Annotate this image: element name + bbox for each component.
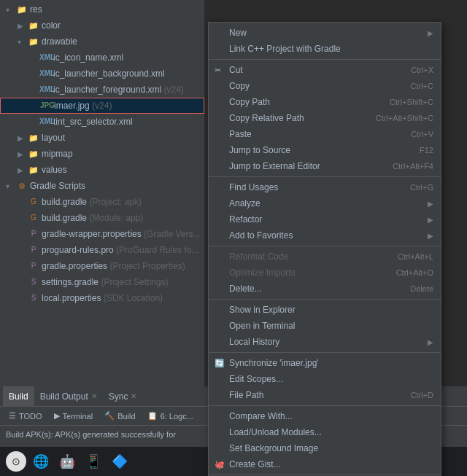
tree-arrow-values[interactable]: ▶ — [18, 166, 28, 174]
menu-item-jump_to_external_editor[interactable]: Jump to External EditorCtrl+Alt+F4 — [209, 158, 441, 174]
tab-label-sync: Sync — [109, 391, 128, 402]
tree-arrow-res[interactable]: ▾ — [6, 6, 16, 14]
tree-item-drawable[interactable]: ▾📁drawable — [0, 34, 204, 50]
tree-label-gradle_properties: gradle.properties (Project Properties) — [42, 261, 185, 271]
tree-item-gradle_scripts[interactable]: ▾⚙Gradle Scripts — [0, 178, 204, 194]
tree-item-values[interactable]: ▶📁values — [0, 162, 204, 178]
tab-label-build_output: Build Output — [40, 391, 88, 402]
tree-label-layout: layout — [42, 133, 65, 143]
menu-label-create_gist: Create Gist... — [229, 459, 281, 469]
tree-arrow-mipmap[interactable]: ▶ — [18, 150, 28, 158]
tab-close-build_output[interactable]: ✕ — [91, 392, 97, 400]
menu-item-add_to_favorites[interactable]: Add to Favorites▶ — [209, 227, 441, 243]
tree-item-settings_gradle[interactable]: Ssettings.gradle (Project Settings) — [0, 274, 204, 290]
menu-label-find_usages: Find Usages — [229, 182, 278, 192]
status-tab-logcat[interactable]: 📋6: Logc... — [142, 407, 199, 426]
menu-item-open_in_terminal[interactable]: Open in Terminal — [209, 318, 441, 334]
menu-item-file_path[interactable]: File PathCtrl+D — [209, 387, 441, 403]
status-tab-label-terminal: Terminal — [63, 412, 93, 421]
taskbar-icon-browser[interactable]: 🌐 — [29, 450, 53, 473]
tree-label-gradle_wrapper: gradle-wrapper.properties (Gradle Vers..… — [42, 229, 200, 239]
menu-separator — [209, 246, 441, 246]
menu-item-jump_to_source[interactable]: Jump to SourceF12 — [209, 142, 441, 158]
menu-shortcut-cut: Ctrl+X — [411, 66, 433, 74]
menu-item-edit_scopes[interactable]: Edit Scopes... — [209, 371, 441, 387]
tree-arrow-layout[interactable]: ▶ — [18, 134, 28, 142]
menu-item-create_gist[interactable]: 🐙Create Gist... — [209, 456, 441, 472]
menu-icon-cut: ✂ — [215, 66, 221, 75]
tree-label-ic_icon_name: ic_icon_name.xml — [53, 52, 123, 63]
tree-item-layout[interactable]: ▶📁layout — [0, 130, 204, 146]
menu-item-refactor[interactable]: Refactor▶ — [209, 211, 441, 227]
tree-item-imaer_jpg[interactable]: JPGimaer.jpg (v24) — [0, 98, 204, 114]
tree-item-ic_launcher_foreground[interactable]: XMLic_launcher_foreground.xml (v24) — [0, 82, 204, 98]
menu-shortcut-find_usages: Ctrl+G — [410, 183, 433, 192]
context-menu: New▶Link C++ Project with Gradle✂CutCtrl… — [208, 22, 441, 476]
status-tab-todo[interactable]: ☰TODO — [3, 407, 48, 426]
status-tab-icon-todo: ☰ — [9, 411, 16, 421]
status-tab-terminal[interactable]: ▶Terminal — [48, 407, 99, 426]
tree-label-res: res — [30, 4, 42, 15]
tree-item-build_gradle_project[interactable]: Gbuild.gradle (Project: apk) — [0, 194, 204, 210]
tree-label-ic_launcher_background: ic_launcher_background.xml — [53, 69, 165, 79]
tree-item-ic_icon_name[interactable]: XMLic_icon_name.xml — [0, 50, 204, 66]
menu-item-paste[interactable]: PasteCtrl+V — [209, 126, 441, 142]
menu-label-synchronize: Synchronize 'imaer.jpg' — [229, 358, 319, 368]
menu-submenu-arrow-analyze: ▶ — [428, 200, 433, 208]
menu-item-local_history[interactable]: Local History▶ — [209, 334, 441, 350]
tree-item-proguard_rules[interactable]: Pproguard-rules.pro (ProGuard Rules fo..… — [0, 242, 204, 258]
menu-label-compare_with: Compare With... — [229, 411, 293, 421]
menu-item-cut[interactable]: ✂CutCtrl+X — [209, 62, 441, 78]
tree-item-ic_launcher_background[interactable]: XMLic_launcher_background.xml — [0, 66, 204, 82]
tree-label-values: values — [42, 165, 67, 175]
menu-item-find_usages[interactable]: Find UsagesCtrl+G — [209, 179, 441, 195]
menu-icon-create_gist: 🐙 — [215, 460, 225, 469]
menu-item-show_in_explorer[interactable]: Show in Explorer — [209, 302, 441, 318]
bottom-tab-sync[interactable]: Sync✕ — [103, 386, 143, 407]
status-tab-build_tab[interactable]: 🔨Build — [99, 407, 141, 426]
menu-separator — [209, 176, 441, 177]
menu-label-refactor: Refactor — [229, 214, 262, 225]
taskbar-icon-app5[interactable]: 🔷 — [108, 450, 131, 473]
taskbar-icon-app4[interactable]: 📱 — [82, 450, 105, 473]
menu-item-load_unload_modules[interactable]: Load/Unload Modules... — [209, 424, 441, 440]
menu-item-set_background_image[interactable]: Set Background Image — [209, 440, 441, 456]
menu-item-analyze[interactable]: Analyze▶ — [209, 195, 441, 211]
tree-item-build_gradle_module[interactable]: Gbuild.gradle (Module: app) — [0, 210, 204, 226]
status-tab-label-logcat: 6: Logc... — [161, 412, 193, 421]
menu-item-copy_relative_path[interactable]: Copy Relative PathCtrl+Alt+Shift+C — [209, 110, 441, 126]
tree-item-res[interactable]: ▾📁res — [0, 1, 204, 17]
menu-item-copy_path[interactable]: Copy PathCtrl+Shift+C — [209, 94, 441, 110]
taskbar-icon-android_studio[interactable]: 🤖 — [55, 450, 79, 473]
bottom-tab-build[interactable]: Build — [3, 386, 34, 407]
tree-arrow-drawable[interactable]: ▾ — [18, 38, 28, 46]
menu-item-link_cpp[interactable]: Link C++ Project with Gradle — [209, 41, 441, 57]
status-tab-label-build_tab: Build — [117, 412, 135, 421]
menu-item-copy[interactable]: CopyCtrl+C — [209, 78, 441, 94]
menu-shortcut-paste: Ctrl+V — [411, 130, 433, 138]
tree-item-gradle_wrapper[interactable]: Pgradle-wrapper.properties (Gradle Vers.… — [0, 226, 204, 242]
menu-label-delete: Delete... — [229, 284, 262, 294]
menu-item-new[interactable]: New▶ — [209, 25, 441, 41]
tree-label-local_properties: local.properties (SDK Location) — [42, 293, 163, 303]
tree-item-mipmap[interactable]: ▶📁mipmap — [0, 146, 204, 162]
tree-arrow-gradle_scripts[interactable]: ▾ — [6, 182, 16, 190]
tree-label-color: color — [42, 20, 61, 31]
tree-item-gradle_properties[interactable]: Pgradle.properties (Project Properties) — [0, 258, 204, 274]
menu-item-synchronize[interactable]: 🔄Synchronize 'imaer.jpg' — [209, 355, 441, 371]
menu-label-load_unload_modules: Load/Unload Modules... — [229, 427, 322, 437]
menu-label-add_to_favorites: Add to Favorites — [229, 230, 293, 241]
menu-item-compare_with[interactable]: Compare With... — [209, 408, 441, 424]
menu-shortcut-copy: Ctrl+C — [411, 82, 433, 90]
menu-item-delete[interactable]: Delete...Delete — [209, 281, 441, 297]
tab-close-sync[interactable]: ✕ — [131, 392, 136, 400]
tree-arrow-color[interactable]: ▶ — [18, 22, 28, 30]
status-tab-icon-terminal: ▶ — [54, 411, 60, 421]
tree-item-color[interactable]: ▶📁color — [0, 17, 204, 34]
bottom-tab-build_output[interactable]: Build Output✕ — [34, 386, 103, 407]
taskbar-icon-circle[interactable]: ⊙ — [6, 451, 26, 472]
tree-item-local_properties[interactable]: Slocal.properties (SDK Location) — [0, 290, 204, 306]
menu-shortcut-file_path: Ctrl+D — [411, 391, 433, 399]
tree-item-tint_src_selector[interactable]: XMLtint_src_selector.xml — [0, 114, 204, 130]
menu-submenu-arrow-local_history: ▶ — [428, 338, 433, 346]
